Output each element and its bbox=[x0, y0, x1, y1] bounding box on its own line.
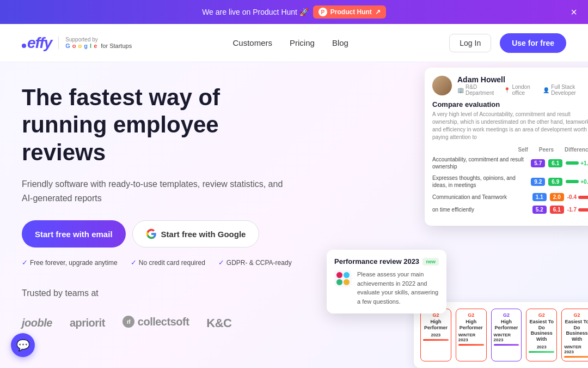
trust-item-3: ✓ GDPR- & CCPA-ready bbox=[218, 258, 292, 267]
google-button-label: Start free with Google bbox=[161, 230, 246, 239]
trust-badges: ✓ Free forever, upgrade anytime ✓ No cre… bbox=[22, 258, 294, 267]
banner-close-button[interactable]: × bbox=[571, 6, 577, 19]
hero-headline: The fastest way of running employee revi… bbox=[22, 84, 294, 166]
g2-badge-3: G2 HighPerformer WINTER 2023 bbox=[491, 309, 522, 361]
eval-row-3: Communication and Teamwork 1.1 2.0 -0.4 bbox=[432, 193, 588, 201]
trust-text-1: Free forever, upgrade anytime bbox=[30, 259, 118, 267]
row-3-peers: 2.0 bbox=[550, 193, 564, 201]
row-4-self: 5.2 bbox=[532, 206, 547, 214]
banner-text: We are live on Product Hunt 🚀 P Product … bbox=[202, 5, 386, 19]
g2-bar-4 bbox=[529, 351, 554, 353]
logo-area: effy Supported by Google for Startups bbox=[22, 34, 132, 52]
eval-meta: 🏢 R&D Department 📍 London office 👤 Full … bbox=[457, 84, 588, 96]
start-google-button[interactable]: Start free with Google bbox=[132, 220, 260, 248]
col-peers: Peers bbox=[539, 147, 554, 153]
logo-dot bbox=[22, 44, 26, 48]
use-for-free-button[interactable]: Use for free bbox=[500, 33, 566, 53]
row-2-label: Expresses thoughts, opinions, and ideas,… bbox=[432, 174, 528, 189]
banner-message: We are live on Product Hunt 🚀 bbox=[202, 8, 309, 16]
collectsoft-icon: rf bbox=[122, 316, 134, 328]
trust-item-2: ✓ No credit card required bbox=[131, 258, 205, 267]
g2-year-3: WINTER 2023 bbox=[494, 333, 519, 342]
check-icon-2: ✓ bbox=[131, 258, 137, 267]
ph-label: Product Hunt bbox=[330, 8, 372, 16]
nav-links: Customers Pricing Blog bbox=[233, 38, 348, 47]
nav-pricing[interactable]: Pricing bbox=[290, 38, 315, 47]
effy-logo: effy bbox=[22, 34, 52, 52]
g2-badge-2: G2 HighPerformer WINTER 2023 bbox=[456, 309, 487, 361]
g2-badge-5: G2 Easiest To Do Business With WINTER 20… bbox=[561, 309, 588, 361]
slack-dot-4 bbox=[344, 279, 350, 285]
cta-buttons: Start free with email Start free with Go… bbox=[22, 220, 294, 248]
g2-title-1: HighPerformer bbox=[424, 319, 448, 331]
trusted-logos: jooble apriorit rf collectsoft K&C bbox=[22, 316, 294, 331]
navigation: effy Supported by Google for Startups Cu… bbox=[0, 24, 588, 62]
g2-title-3: HighPerformer bbox=[494, 319, 518, 331]
supported-label: Supported by bbox=[65, 37, 132, 43]
row-3-diff: -0.4 bbox=[567, 194, 588, 200]
start-email-button[interactable]: Start free with email bbox=[22, 220, 126, 248]
eval-row-2: Expresses thoughts, opinions, and ideas,… bbox=[432, 174, 588, 189]
review-card-text: Please assess your main achievements in … bbox=[357, 270, 439, 306]
g2-title-5: Easiest To Do Business With bbox=[564, 319, 588, 342]
review-card-body: Please assess your main achievements in … bbox=[334, 270, 439, 306]
trusted-label: Trusted by teams at bbox=[22, 286, 283, 300]
hero-subtext: Friendly software with ready-to-use temp… bbox=[22, 177, 283, 205]
g2-logo-2: G2 bbox=[468, 312, 474, 318]
row-3-label: Communication and Teamwork bbox=[432, 194, 529, 201]
g2-badge-1: G2 HighPerformer 2023 bbox=[420, 309, 451, 361]
new-badge: new bbox=[422, 258, 439, 266]
g2-bar-2 bbox=[458, 344, 484, 346]
product-hunt-badge[interactable]: P Product Hunt ↗ bbox=[313, 5, 386, 19]
row-1-label: Accountability, commitment and result ow… bbox=[432, 156, 528, 170]
row-4-peers: 6.1 bbox=[550, 206, 564, 214]
google-icon bbox=[146, 228, 157, 239]
nav-customers[interactable]: Customers bbox=[233, 38, 273, 47]
login-button[interactable]: Log In bbox=[449, 34, 491, 52]
google-startups-label: Google for Startups bbox=[65, 43, 132, 49]
trust-text-2: No credit card required bbox=[139, 259, 205, 267]
slack-icon bbox=[334, 270, 352, 287]
supported-by-section: Supported by Google for Startups bbox=[58, 37, 132, 49]
jooble-logo: jooble bbox=[22, 317, 52, 329]
eval-title: Compare evaluation bbox=[432, 100, 588, 108]
g2-year-4: 2023 bbox=[537, 345, 547, 349]
g2-bar-3 bbox=[494, 344, 519, 346]
trust-text-3: GDPR- & CCPA-ready bbox=[226, 259, 292, 267]
chat-icon: 💬 bbox=[16, 339, 30, 352]
hero-section: The fastest way of running employee revi… bbox=[0, 62, 316, 368]
g2-year-5: WINTER 2023 bbox=[564, 345, 588, 354]
g2-title-4: Easiest To Do Business With bbox=[529, 319, 554, 342]
eval-person-name: Adam Howell bbox=[457, 75, 588, 84]
g2-badge-4: G2 Easiest To Do Business With 2023 bbox=[526, 309, 557, 361]
eval-row-1: Accountability, commitment and result ow… bbox=[432, 156, 588, 170]
collectsoft-logo: rf collectsoft bbox=[122, 316, 189, 331]
knc-logo: K&C bbox=[206, 316, 231, 330]
slack-dot-2 bbox=[344, 272, 350, 278]
nav-actions: Log In Use for free bbox=[449, 33, 566, 53]
eval-column-headers: Self Peers Difference bbox=[432, 147, 588, 153]
check-icon-1: ✓ bbox=[22, 258, 28, 267]
check-icon-3: ✓ bbox=[218, 258, 224, 267]
avatar bbox=[432, 76, 452, 95]
row-2-diff: +0.3 bbox=[566, 179, 588, 185]
trusted-section: Trusted by teams at jooble apriorit rf c… bbox=[22, 286, 294, 330]
nav-blog[interactable]: Blog bbox=[332, 38, 348, 47]
g2-bar-5 bbox=[564, 356, 588, 358]
eval-row-4: on time efficiently 5.2 6.1 -1.7 bbox=[432, 206, 588, 214]
g2-logo-5: G2 bbox=[574, 312, 580, 318]
g2-logo-4: G2 bbox=[538, 312, 545, 318]
eval-header: Adam Howell 🏢 R&D Department 📍 London of… bbox=[432, 75, 588, 96]
row-2-peers: 6.9 bbox=[548, 178, 562, 186]
g2-title-2: HighPerformer bbox=[460, 319, 483, 331]
row-1-peers: 6.1 bbox=[548, 159, 562, 167]
row-1-self: 5.7 bbox=[531, 159, 545, 167]
review-card-header: Performance review 2023 new bbox=[334, 257, 439, 266]
row-4-label: on time efficiently bbox=[432, 206, 529, 213]
row-2-self: 9.2 bbox=[531, 178, 545, 186]
slack-dot-3 bbox=[336, 279, 342, 285]
evaluation-panel: Adam Howell 🏢 R&D Department 📍 London of… bbox=[425, 68, 588, 226]
chat-support-button[interactable]: 💬 bbox=[11, 333, 35, 357]
g2-year-1: 2023 bbox=[431, 333, 441, 337]
dept-label: R&D Department bbox=[465, 84, 498, 96]
